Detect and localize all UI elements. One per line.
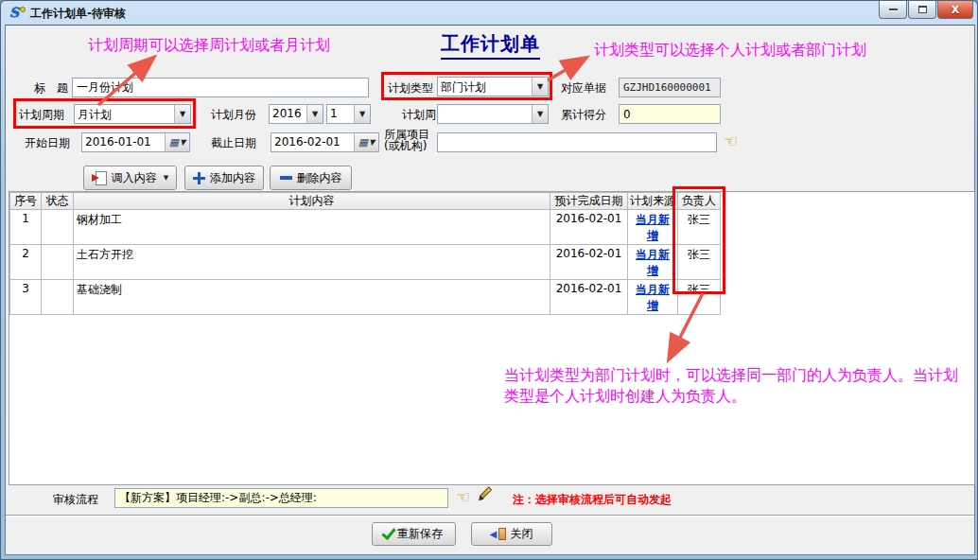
close-form-button[interactable]: ◀ 关闭 bbox=[471, 522, 552, 546]
cell-content[interactable]: 钢材加工 bbox=[74, 210, 550, 245]
cell-source: 当月新增 bbox=[628, 210, 678, 245]
chevron-down-icon: ▼ bbox=[180, 138, 185, 147]
table-row[interactable]: 2 土石方开挖 2016-02-01 当月新增 张三 bbox=[10, 245, 974, 280]
plan-week-select[interactable]: ▼ bbox=[437, 104, 549, 124]
delete-content-button[interactable]: 删除内容 bbox=[270, 166, 352, 190]
load-document-icon bbox=[92, 171, 107, 184]
plan-cycle-select[interactable]: 月计划 ▼ bbox=[74, 104, 191, 124]
col-header-content: 计划内容 bbox=[74, 193, 550, 210]
plan-month-label: 计划月份 bbox=[211, 108, 256, 121]
cell-no[interactable]: 3 bbox=[10, 280, 42, 315]
plan-items-table: 序号 状态 计划内容 预计完成日期 计划来源 负责人 1 钢材加工 2016-0… bbox=[9, 191, 975, 485]
cell-due[interactable]: 2016-02-01 bbox=[550, 245, 628, 280]
app-logo-icon: S bbox=[9, 5, 26, 21]
window-title: 工作计划单-待审核 bbox=[30, 6, 126, 22]
end-date-label: 截止日期 bbox=[211, 136, 256, 149]
cell-status[interactable] bbox=[42, 280, 74, 315]
source-link[interactable]: 当月新增 bbox=[636, 213, 670, 242]
doc-no-label: 对应单据 bbox=[561, 81, 606, 95]
exit-door-icon: ◀ bbox=[491, 528, 506, 541]
annotation-plan-cycle: 计划周期可以选择周计划或者月计划 bbox=[88, 35, 330, 56]
start-date-label: 开始日期 bbox=[25, 136, 70, 149]
flow-input[interactable]: 【新方案】项目经理:->副总:->总经理: bbox=[114, 488, 448, 508]
col-header-filler bbox=[721, 193, 974, 210]
maximize-button[interactable] bbox=[908, 1, 936, 19]
chevron-down-icon[interactable]: ▼ bbox=[532, 105, 548, 123]
chevron-down-icon: ▼ bbox=[164, 174, 168, 182]
score-input[interactable]: 0 bbox=[619, 104, 721, 124]
check-icon bbox=[381, 525, 395, 540]
flow-note: 注：选择审核流程后可自动发起 bbox=[513, 492, 672, 508]
maximize-icon bbox=[918, 6, 927, 13]
col-header-owner: 负责人 bbox=[678, 193, 721, 210]
project-input[interactable] bbox=[437, 132, 717, 152]
titlebar[interactable]: S 工作计划单-待审核 X bbox=[1, 1, 977, 25]
table-row[interactable]: 3 基础浇制 2016-02-01 当月新增 张三 bbox=[10, 280, 974, 315]
close-button[interactable]: X bbox=[937, 1, 973, 19]
col-header-status: 状态 bbox=[42, 193, 74, 210]
cell-source: 当月新增 bbox=[628, 280, 678, 315]
add-content-button[interactable]: 添加内容 bbox=[184, 166, 264, 190]
col-header-no: 序号 bbox=[10, 193, 42, 210]
cell-owner[interactable]: 张三 bbox=[678, 210, 721, 245]
source-link[interactable]: 当月新增 bbox=[636, 283, 670, 312]
chevron-down-icon[interactable]: ▼ bbox=[532, 78, 548, 96]
minimize-icon bbox=[889, 9, 898, 11]
plan-monthnum-select[interactable]: 1 ▼ bbox=[326, 104, 371, 124]
app-window: S 工作计划单-待审核 X 计划周期可以选择周计划或者月计划 工作计划单 计划类… bbox=[0, 0, 978, 560]
cell-content[interactable]: 土石方开挖 bbox=[74, 245, 550, 280]
chevron-down-icon[interactable]: ▼ bbox=[354, 105, 370, 123]
plan-year-select[interactable]: 2016 ▼ bbox=[269, 104, 323, 124]
calendar-icon: ▦ bbox=[169, 136, 179, 149]
cell-no[interactable]: 2 bbox=[10, 245, 42, 280]
source-link[interactable]: 当月新增 bbox=[636, 248, 670, 277]
cell-source: 当月新增 bbox=[628, 245, 678, 280]
title-label: 标 题 bbox=[34, 81, 68, 95]
col-header-source: 计划来源 bbox=[628, 193, 678, 210]
chevron-down-icon: ▼ bbox=[369, 138, 375, 147]
project-label-line2: (或机构) bbox=[384, 140, 427, 151]
cell-owner[interactable]: 张三 bbox=[678, 245, 721, 280]
hand-picker-icon[interactable]: ☜ bbox=[456, 488, 470, 505]
table-header-row: 序号 状态 计划内容 预计完成日期 计划来源 负责人 bbox=[10, 193, 974, 210]
save-button[interactable]: 重新保存 bbox=[372, 522, 456, 546]
cell-due[interactable]: 2016-02-01 bbox=[550, 210, 628, 245]
plan-type-select[interactable]: 部门计划 ▼ bbox=[437, 77, 549, 96]
plan-cycle-label: 计划周期 bbox=[19, 108, 64, 121]
cell-content[interactable]: 基础浇制 bbox=[74, 280, 550, 315]
end-date-picker[interactable]: 2016-02-01 ▦ ▼ bbox=[271, 132, 379, 152]
doc-no-field: GZJHD160000001 bbox=[619, 78, 721, 97]
calendar-icon: ▦ bbox=[358, 136, 368, 149]
start-date-picker[interactable]: 2016-01-01 ▦ ▼ bbox=[81, 132, 190, 152]
plan-type-label: 计划类型 bbox=[388, 81, 433, 95]
load-content-button[interactable]: 调入内容 ▼ bbox=[83, 166, 177, 190]
score-label: 累计得分 bbox=[561, 108, 606, 121]
minus-icon bbox=[280, 176, 292, 180]
flow-label: 审核流程 bbox=[53, 493, 98, 506]
cell-status[interactable] bbox=[42, 245, 74, 280]
cell-due[interactable]: 2016-02-01 bbox=[550, 280, 628, 315]
cell-status[interactable] bbox=[42, 210, 74, 245]
col-header-due: 预计完成日期 bbox=[550, 193, 628, 210]
annotation-plan-type: 计划类型可以选择个人计划或者部门计划 bbox=[594, 40, 866, 61]
plan-week-label: 计划周 bbox=[402, 108, 436, 121]
hand-picker-icon[interactable]: ☜ bbox=[724, 132, 738, 149]
cell-owner[interactable]: 张三 bbox=[678, 280, 721, 315]
chevron-down-icon[interactable]: ▼ bbox=[306, 105, 323, 123]
title-input[interactable]: 一月份计划 bbox=[72, 78, 369, 97]
chevron-down-icon[interactable]: ▼ bbox=[174, 105, 190, 123]
separator bbox=[6, 515, 974, 516]
close-icon: X bbox=[952, 4, 959, 16]
annotation-owner-line2: 类型是个人计划时创建人为负责人。 bbox=[504, 386, 746, 407]
minimize-button[interactable] bbox=[879, 1, 907, 19]
cell-no[interactable]: 1 bbox=[10, 210, 42, 245]
page-title: 工作计划单 bbox=[441, 31, 540, 60]
annotation-owner-line1: 当计划类型为部门计划时，可以选择同一部门的人为负责人。当计划 bbox=[504, 365, 958, 386]
table-row[interactable]: 1 钢材加工 2016-02-01 当月新增 张三 bbox=[10, 210, 974, 245]
plus-icon bbox=[193, 172, 205, 184]
